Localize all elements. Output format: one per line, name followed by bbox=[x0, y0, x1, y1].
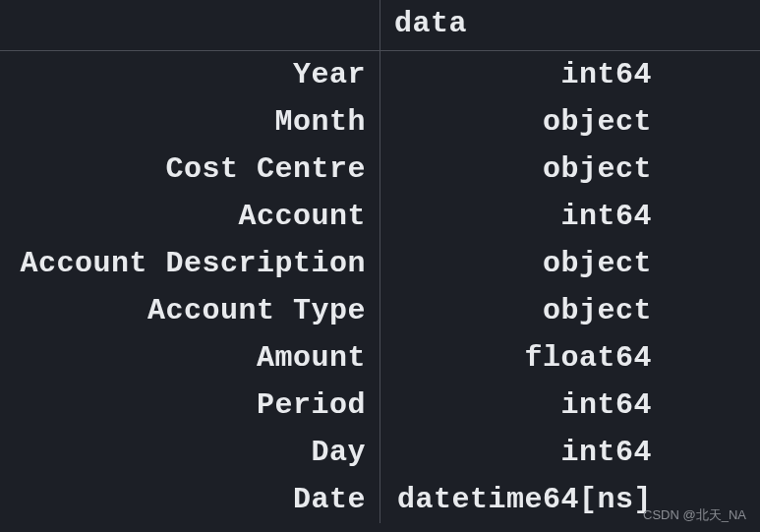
watermark-text: CSDN @北天_NA bbox=[643, 506, 746, 524]
column-name: Day bbox=[0, 429, 380, 476]
column-dtype: object bbox=[380, 98, 761, 146]
column-name: Account Type bbox=[0, 287, 380, 334]
column-name: Month bbox=[0, 98, 380, 146]
column-name: Date bbox=[0, 476, 380, 523]
column-dtype: int64 bbox=[380, 51, 761, 99]
dtype-table-container: data Year int64 Month object Cost Centre… bbox=[0, 0, 760, 523]
column-name: Cost Centre bbox=[0, 146, 380, 193]
table-row: Cost Centre object bbox=[0, 146, 760, 193]
column-dtype: object bbox=[380, 146, 761, 193]
table-row: Day int64 bbox=[0, 429, 760, 476]
column-dtype: int64 bbox=[380, 193, 761, 240]
table-row: Account int64 bbox=[0, 193, 760, 240]
column-dtype: int64 bbox=[380, 429, 761, 476]
column-dtype: object bbox=[380, 240, 761, 287]
column-dtype: object bbox=[380, 287, 761, 334]
data-header: data bbox=[380, 0, 761, 51]
column-name: Year bbox=[0, 51, 380, 99]
table-row: Account Description object bbox=[0, 240, 760, 287]
table-row: Period int64 bbox=[0, 382, 760, 429]
index-header bbox=[0, 0, 380, 51]
column-name: Amount bbox=[0, 334, 380, 382]
column-name: Account bbox=[0, 193, 380, 240]
column-dtype: int64 bbox=[380, 382, 761, 429]
dtype-table: data Year int64 Month object Cost Centre… bbox=[0, 0, 760, 523]
column-dtype: float64 bbox=[380, 334, 761, 382]
column-name: Period bbox=[0, 382, 380, 429]
table-row: Amount float64 bbox=[0, 334, 760, 382]
table-header-row: data bbox=[0, 0, 760, 51]
table-row: Month object bbox=[0, 98, 760, 146]
table-body: Year int64 Month object Cost Centre obje… bbox=[0, 51, 760, 524]
table-row: Year int64 bbox=[0, 51, 760, 99]
table-row: Account Type object bbox=[0, 287, 760, 334]
column-name: Account Description bbox=[0, 240, 380, 287]
